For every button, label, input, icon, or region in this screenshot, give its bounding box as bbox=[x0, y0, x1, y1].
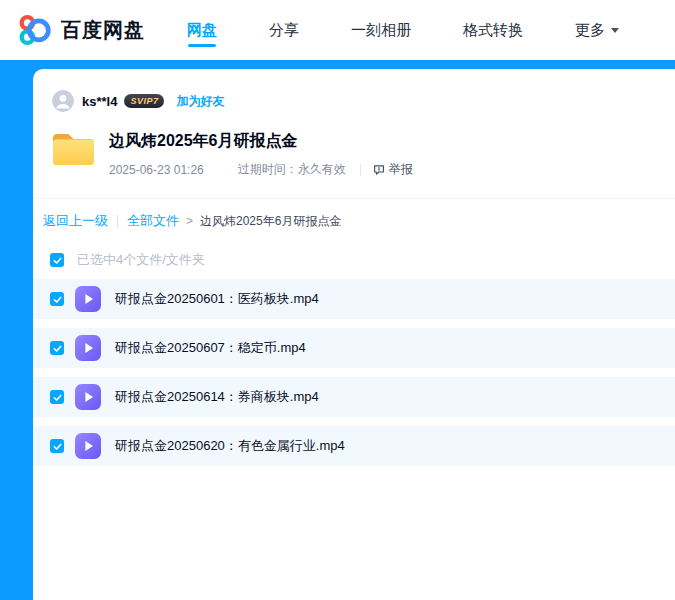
selection-summary-label: 已选中4个文件/文件夹 bbox=[77, 251, 205, 269]
video-file-icon bbox=[75, 433, 101, 459]
breadcrumb-back-link[interactable]: 返回上一级 bbox=[43, 212, 108, 230]
file-name: 研报点金20250607：稳定币.mp4 bbox=[115, 339, 306, 357]
video-file-icon bbox=[75, 335, 101, 361]
divider bbox=[117, 215, 118, 227]
file-row[interactable]: 研报点金20250614：券商板块.mp4 bbox=[33, 377, 675, 417]
video-file-icon bbox=[75, 286, 101, 312]
share-card: ks**l4 SVIP7 加为好友 边风炜2025年6月研报点金 2025-06… bbox=[33, 69, 675, 600]
netdisk-logo-icon bbox=[16, 11, 54, 49]
share-expiry: 过期时间：永久有效 bbox=[238, 161, 346, 178]
file-row[interactable]: 研报点金20250607：稳定币.mp4 bbox=[33, 328, 675, 368]
row-checkbox[interactable] bbox=[50, 390, 64, 404]
share-header: 边风炜2025年6月研报点金 2025-06-23 01:26 过期时间：永久有… bbox=[50, 129, 675, 178]
divider bbox=[360, 164, 361, 176]
svip-badge: SVIP7 bbox=[124, 94, 164, 108]
nav-label: 网盘 bbox=[187, 21, 217, 40]
sharer-name: ks**l4 bbox=[82, 94, 117, 109]
nav-item-more[interactable]: 更多 bbox=[575, 0, 619, 60]
baidu-netdisk-logo[interactable]: 百度网盘 bbox=[16, 11, 145, 49]
chevron-down-icon bbox=[611, 28, 619, 33]
share-meta: 2025-06-23 01:26 过期时间：永久有效 举报 bbox=[109, 161, 413, 178]
video-file-icon bbox=[75, 384, 101, 410]
nav-item-netdisk[interactable]: 网盘 bbox=[187, 0, 217, 60]
top-navbar: 百度网盘 网盘 分享 一刻相册 格式转换 更多 bbox=[0, 0, 675, 60]
breadcrumb: 返回上一级 全部文件 > 边风炜2025年6月研报点金 bbox=[43, 212, 675, 230]
breadcrumb-all-files-link[interactable]: 全部文件 bbox=[127, 212, 179, 230]
main-nav: 网盘 分享 一刻相册 格式转换 更多 bbox=[187, 0, 619, 60]
sharer-info-row: ks**l4 SVIP7 加为好友 bbox=[52, 90, 675, 112]
nav-label: 一刻相册 bbox=[351, 21, 411, 40]
select-all-checkbox[interactable] bbox=[50, 253, 64, 267]
file-row[interactable]: 研报点金20250620：有色金属行业.mp4 bbox=[33, 426, 675, 466]
logo-text: 百度网盘 bbox=[61, 17, 145, 44]
report-icon bbox=[373, 164, 385, 176]
breadcrumb-arrow: > bbox=[186, 214, 193, 228]
row-checkbox[interactable] bbox=[50, 341, 64, 355]
file-row[interactable]: 研报点金20250601：医药板块.mp4 bbox=[33, 279, 675, 319]
add-friend-link[interactable]: 加为好友 bbox=[176, 93, 224, 110]
nav-label: 格式转换 bbox=[463, 21, 523, 40]
share-info: 边风炜2025年6月研报点金 2025-06-23 01:26 过期时间：永久有… bbox=[109, 129, 413, 178]
file-name: 研报点金20250620：有色金属行业.mp4 bbox=[115, 437, 345, 455]
nav-item-album[interactable]: 一刻相册 bbox=[351, 0, 411, 60]
selection-summary-row: 已选中4个文件/文件夹 bbox=[50, 251, 675, 269]
row-checkbox[interactable] bbox=[50, 292, 64, 306]
file-list: 研报点金20250601：医药板块.mp4 研报点金20250607：稳定币.m… bbox=[33, 279, 675, 466]
breadcrumb-current: 边风炜2025年6月研报点金 bbox=[200, 213, 341, 230]
file-name: 研报点金20250614：券商板块.mp4 bbox=[115, 388, 319, 406]
row-checkbox[interactable] bbox=[50, 439, 64, 453]
report-label: 举报 bbox=[389, 161, 413, 178]
folder-icon bbox=[50, 129, 97, 178]
share-date: 2025-06-23 01:26 bbox=[109, 163, 204, 177]
avatar bbox=[52, 90, 74, 112]
share-title: 边风炜2025年6月研报点金 bbox=[109, 131, 413, 152]
nav-label: 更多 bbox=[575, 21, 605, 40]
nav-label: 分享 bbox=[269, 21, 299, 40]
file-name: 研报点金20250601：医药板块.mp4 bbox=[115, 290, 319, 308]
page-background: ks**l4 SVIP7 加为好友 边风炜2025年6月研报点金 2025-06… bbox=[0, 60, 675, 600]
breadcrumb-section: 返回上一级 全部文件 > 边风炜2025年6月研报点金 bbox=[33, 198, 675, 230]
report-button[interactable]: 举报 bbox=[373, 161, 413, 178]
nav-item-convert[interactable]: 格式转换 bbox=[463, 0, 523, 60]
nav-item-share[interactable]: 分享 bbox=[269, 0, 299, 60]
